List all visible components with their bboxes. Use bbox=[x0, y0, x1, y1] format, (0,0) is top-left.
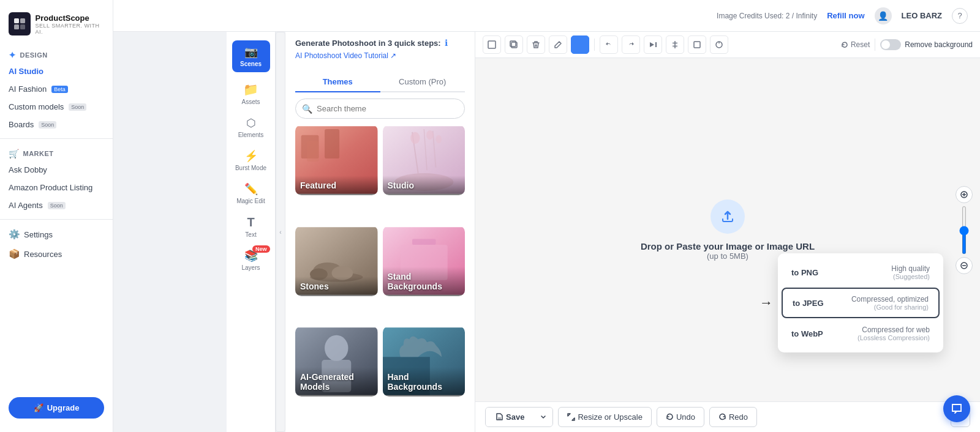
zoom-in-button[interactable] bbox=[956, 186, 973, 203]
toolbar-effects[interactable] bbox=[710, 35, 728, 54]
theme-card-stones[interactable]: Stones bbox=[295, 226, 378, 296]
toolbar-color[interactable] bbox=[571, 35, 589, 54]
svg-rect-7 bbox=[307, 141, 318, 162]
tab-themes[interactable]: Themes bbox=[295, 72, 380, 92]
canvas-content: Drop or Paste your Image or Image URL (u… bbox=[475, 58, 980, 401]
svg-point-14 bbox=[426, 130, 434, 140]
text-icon: T bbox=[247, 215, 254, 229]
theme-label-stand-backgrounds: Stand Backgrounds bbox=[383, 267, 466, 296]
toolbar-edit[interactable] bbox=[549, 35, 567, 54]
jpeg-desc: Compressed, optimized (Good for sharing) bbox=[851, 295, 929, 311]
elements-label: Elements bbox=[238, 132, 264, 138]
theme-card-ai-generated-models[interactable]: AI-Generated Models bbox=[295, 326, 378, 397]
format-option-webp[interactable]: to WebP Compressed for web (Lossless Com… bbox=[782, 319, 940, 348]
toolbar-delete[interactable] bbox=[527, 35, 545, 54]
reset-button[interactable]: Reset bbox=[841, 40, 870, 49]
soon-badge-boards: Soon bbox=[39, 121, 56, 128]
scenes-panel: 📷 Scenes 📁 Assets ⬡ Elements ⚡ Burst Mod… bbox=[227, 32, 276, 432]
scene-elements[interactable]: ⬡ Elements bbox=[230, 111, 273, 143]
user-avatar: 👤 bbox=[875, 7, 892, 24]
themes-header: Themes Custom (Pro) bbox=[285, 65, 475, 99]
svg-rect-33 bbox=[655, 42, 657, 47]
video-tutorial-link[interactable]: AI Photoshoot Video Tutorial ↗ bbox=[285, 51, 475, 65]
toolbar-redo-canvas[interactable] bbox=[622, 35, 640, 54]
sidebar-item-ask-dobby[interactable]: Ask Dobby bbox=[0, 161, 113, 179]
save-button[interactable]: Save bbox=[486, 408, 534, 426]
webp-label: to WebP bbox=[791, 329, 823, 338]
svg-rect-29 bbox=[488, 41, 496, 48]
upgrade-icon: 🚀 bbox=[34, 403, 43, 412]
external-link-icon: ↗ bbox=[390, 51, 396, 60]
redo-button[interactable]: Redo bbox=[709, 407, 757, 427]
user-name[interactable]: LEO BARZ bbox=[902, 11, 942, 20]
themes-grid: Featured bbox=[285, 125, 475, 432]
logo-title: ProductScope bbox=[36, 13, 104, 23]
sidebar-item-settings[interactable]: ⚙️ Settings bbox=[0, 225, 113, 244]
toolbar-copy[interactable] bbox=[505, 35, 523, 54]
png-desc: High quality (Suggested) bbox=[891, 264, 930, 280]
sidebar-item-resources[interactable]: 📦 Resources bbox=[0, 244, 113, 264]
tab-custom[interactable]: Custom (Pro) bbox=[380, 72, 466, 92]
market-icon: 🛒 bbox=[9, 149, 20, 158]
theme-label-hand-backgrounds: Hand Backgrounds bbox=[383, 367, 466, 397]
toggle-switch[interactable] bbox=[880, 39, 901, 50]
refill-button[interactable]: Refill now bbox=[827, 11, 864, 20]
scene-text[interactable]: T Text bbox=[230, 210, 273, 243]
scenes-icon: 📷 bbox=[244, 45, 258, 59]
info-icon[interactable]: ℹ bbox=[445, 38, 448, 48]
svg-rect-0 bbox=[14, 18, 19, 23]
magic-edit-label: Magic Edit bbox=[236, 198, 265, 204]
theme-card-hand-backgrounds[interactable]: Hand Backgrounds bbox=[383, 326, 466, 397]
upload-area: Drop or Paste your Image or Image URL (u… bbox=[641, 199, 815, 261]
format-option-png[interactable]: to PNG High quality (Suggested) bbox=[782, 258, 940, 286]
webp-desc: Compressed for web (Lossless Compression… bbox=[858, 326, 930, 341]
sidebar-item-ai-studio[interactable]: AI Studio bbox=[0, 62, 113, 80]
theme-card-stand-backgrounds[interactable]: Stand Backgrounds bbox=[383, 226, 466, 296]
format-option-jpeg[interactable]: to JPEG Compressed, optimized (Good for … bbox=[782, 288, 940, 318]
zoom-slider[interactable] bbox=[962, 206, 966, 255]
theme-label-ai-models: AI-Generated Models bbox=[295, 367, 378, 397]
toolbar-sep-1 bbox=[594, 39, 595, 51]
toolbar-crop[interactable] bbox=[688, 35, 706, 54]
sidebar-item-boards[interactable]: Boards Soon bbox=[0, 116, 113, 133]
logo-icon bbox=[9, 12, 31, 35]
png-label: to PNG bbox=[791, 268, 818, 277]
collapse-handle[interactable]: ‹ bbox=[276, 32, 285, 432]
scene-magic-edit[interactable]: ✏️ Magic Edit bbox=[230, 177, 273, 209]
format-arrow: → bbox=[760, 295, 773, 311]
text-label: Text bbox=[245, 231, 256, 238]
scenes-button[interactable]: 📷 Scenes bbox=[232, 40, 270, 72]
svg-rect-37 bbox=[694, 42, 700, 48]
undo-button[interactable]: Undo bbox=[657, 407, 704, 427]
save-dropdown[interactable] bbox=[534, 408, 552, 426]
toolbar-undo-canvas[interactable] bbox=[600, 35, 618, 54]
theme-card-studio[interactable]: Studio bbox=[383, 125, 466, 195]
svg-rect-2 bbox=[14, 24, 19, 29]
zoom-out-button[interactable] bbox=[956, 257, 973, 274]
design-icon: ✦ bbox=[9, 50, 17, 60]
theme-label-stones: Stones bbox=[295, 277, 378, 296]
upgrade-button[interactable]: 🚀 Upgrade bbox=[9, 397, 104, 419]
help-button[interactable]: ? bbox=[952, 8, 968, 24]
scene-layers[interactable]: 📚 New Layers bbox=[230, 244, 273, 276]
sidebar-item-ai-agents[interactable]: AI Agents Soon bbox=[0, 196, 113, 214]
toolbar-skip[interactable] bbox=[644, 35, 662, 54]
toolbar-new[interactable] bbox=[483, 35, 501, 54]
sidebar-item-ai-fashion[interactable]: AI Fashion Beta bbox=[0, 80, 113, 98]
resize-button[interactable]: Resize or Upscale bbox=[558, 407, 652, 427]
topbar: Image Credits Used: 2 / Infinity Refill … bbox=[113, 0, 980, 32]
save-group: Save bbox=[485, 407, 553, 427]
chat-bubble[interactable] bbox=[943, 395, 970, 422]
logo: ProductScope SELL SMARTER. WITH AI. bbox=[0, 7, 113, 45]
remove-bg-toggle: Remove background bbox=[880, 39, 973, 50]
soon-badge-agents: Soon bbox=[48, 202, 66, 209]
toolbar-align-v[interactable] bbox=[666, 35, 684, 54]
burst-mode-label: Burst Mode bbox=[235, 165, 266, 171]
photoshoot-title: Generate Photoshoot in 3 quick steps: bbox=[295, 39, 441, 48]
sidebar-item-custom-models[interactable]: Custom models Soon bbox=[0, 98, 113, 116]
scene-burst-mode[interactable]: ⚡ Burst Mode bbox=[230, 144, 273, 176]
theme-card-featured[interactable]: Featured bbox=[295, 125, 378, 195]
sidebar-item-amazon[interactable]: Amazon Product Listing bbox=[0, 179, 113, 196]
search-input[interactable] bbox=[295, 99, 465, 119]
scene-assets[interactable]: 📁 Assets bbox=[230, 77, 273, 110]
